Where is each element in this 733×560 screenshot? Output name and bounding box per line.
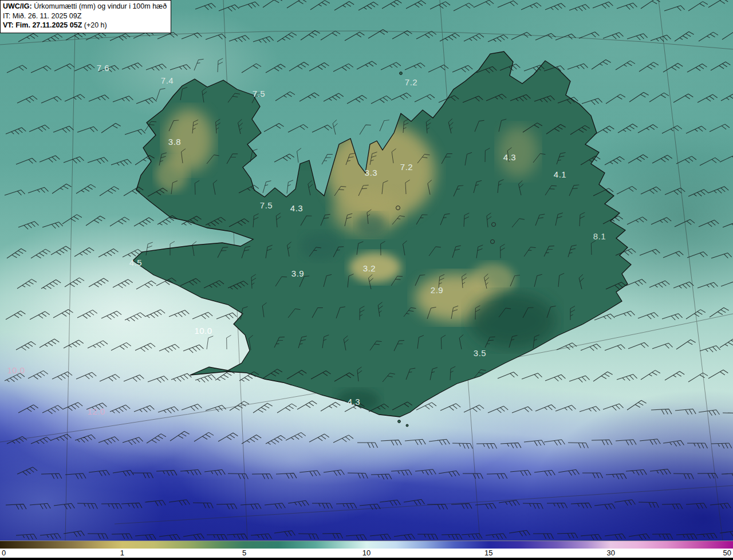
wind-barb	[370, 534, 391, 541]
wind-barb	[42, 33, 62, 46]
wind-barb	[348, 473, 368, 479]
wind-barb	[134, 405, 154, 417]
wind-barb	[406, 0, 426, 13]
wind-barb	[605, 155, 625, 169]
wind-barb	[111, 159, 132, 170]
wind-barb	[629, 533, 649, 541]
wind-barb	[697, 93, 718, 107]
wind-barb	[391, 470, 412, 476]
wind-barb	[113, 278, 133, 292]
wind-barb	[663, 440, 684, 448]
wind-barb	[64, 339, 84, 353]
wind-barb	[523, 503, 543, 509]
wind-barb	[28, 187, 49, 198]
wind-barb	[368, 28, 388, 42]
wind-barb	[652, 154, 672, 168]
wind-barb	[53, 125, 73, 137]
precip-value-label: 4.1	[554, 169, 566, 179]
wind-barb	[358, 1, 379, 15]
wind-barb	[54, 503, 74, 511]
wind-barb	[454, 2, 474, 15]
wind-barb	[242, 62, 261, 77]
map-title: Úrkomumætti (mm) og vindur i 100m hæð	[32, 2, 167, 10]
wind-barb	[592, 440, 612, 445]
wind-barb	[603, 403, 624, 415]
wind-barb	[301, 29, 320, 45]
wind-barb	[451, 503, 472, 510]
wind-barb	[641, 0, 660, 13]
wind-barb	[239, 1, 259, 13]
wind-barb	[639, 61, 659, 76]
wind-barb	[616, 440, 636, 446]
precip-value-label: 8.1	[593, 231, 606, 241]
wind-barb	[321, 30, 340, 45]
precip-value-label: 7.4	[161, 76, 174, 85]
wind-barb	[474, 0, 494, 12]
wind-barb	[711, 61, 730, 75]
wind-barb	[274, 153, 294, 167]
wind-barb	[322, 533, 343, 539]
wind-barb	[687, 443, 708, 448]
wind-barb	[464, 33, 484, 46]
precip-value-label: 10.0	[7, 365, 25, 375]
wind-barb	[627, 399, 647, 415]
wind-barb	[627, 33, 648, 44]
colorbar: 01510153050	[0, 541, 733, 560]
title-line: UWC/IG: Úrkomumætti (mm) og vindur i 100…	[3, 2, 167, 11]
wind-barb	[357, 443, 378, 448]
wind-barb	[5, 189, 25, 200]
wind-barb	[101, 310, 121, 323]
wind-barb	[275, 90, 295, 105]
wind-barb	[125, 128, 145, 139]
wind-barb	[40, 155, 60, 167]
wind-barb	[579, 31, 599, 43]
wind-barb	[721, 279, 733, 291]
wind-barb	[29, 124, 49, 137]
wind-barb	[195, 374, 216, 385]
wind-barb	[312, 124, 332, 137]
wind-barb	[264, 122, 284, 136]
colorbar-tick-row: 01510153050	[0, 549, 733, 558]
wind-barb	[227, 534, 247, 540]
wind-barb	[40, 533, 61, 541]
wind-barb	[415, 469, 436, 476]
wind-barb	[380, 118, 389, 133]
wind-barb	[52, 370, 72, 384]
wind-barb	[687, 62, 707, 77]
wind-barb	[100, 185, 119, 200]
colorbar-tick: 0	[2, 549, 6, 557]
wind-barb	[486, 533, 506, 541]
wind-barb	[638, 311, 658, 323]
wind-barb	[582, 473, 603, 478]
wind-barb	[113, 95, 133, 107]
wind-barb	[700, 345, 720, 356]
wind-barb	[42, 221, 63, 232]
wind-barb	[42, 404, 62, 417]
wind-barb	[297, 400, 317, 414]
wind-barb	[627, 216, 647, 229]
wind-barb	[603, 31, 623, 43]
wind-barb	[6, 310, 25, 324]
wind-barb	[332, 120, 340, 135]
wind-barb	[18, 404, 38, 417]
precip-value-label: 4.3	[503, 152, 516, 162]
colorbar-tick: 5	[242, 549, 246, 557]
wind-barb	[606, 93, 625, 108]
colorbar-tick: 1	[120, 549, 124, 557]
wind-barb	[7, 435, 27, 448]
wind-barb	[286, 431, 306, 445]
wind-barb	[183, 344, 203, 356]
colorbar-gradient	[0, 541, 733, 549]
wind-barb	[345, 31, 364, 45]
wind-barb	[381, 61, 401, 74]
wind-barb	[171, 373, 191, 385]
precip-value-label: 7.5	[260, 200, 273, 210]
wind-barb	[146, 63, 166, 74]
wind-barb	[16, 340, 36, 354]
wind-barb	[265, 503, 285, 510]
colorbar-tick: 15	[484, 549, 492, 557]
wind-barb	[145, 309, 165, 321]
wind-barb	[673, 93, 693, 107]
wind-barb	[723, 413, 733, 419]
wind-barb	[76, 372, 96, 384]
